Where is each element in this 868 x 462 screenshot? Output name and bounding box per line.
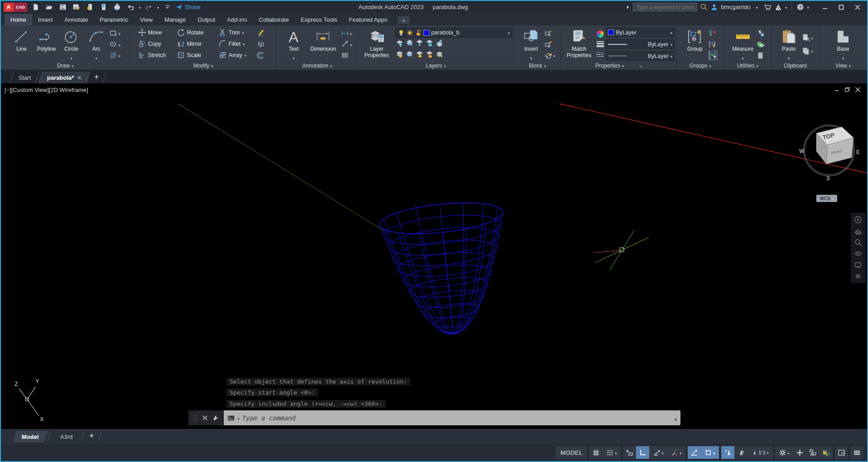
offset-button[interactable] — [255, 51, 270, 59]
mirror-button[interactable]: Mirror — [175, 40, 217, 48]
match-properties-button[interactable]: Match Properties — [563, 27, 595, 62]
text-dropdown-icon[interactable] — [293, 53, 295, 62]
layers-panel-label[interactable]: Layers — [358, 62, 513, 70]
tab-collaborate[interactable]: Collaborate — [253, 14, 295, 25]
pan-hand-icon[interactable] — [854, 227, 862, 235]
select-similar-button[interactable] — [757, 40, 764, 49]
share-button[interactable]: Share — [175, 4, 201, 11]
block-panel-label[interactable]: Block — [514, 62, 561, 70]
navbar-menu-icon[interactable] — [854, 272, 862, 280]
object-snap-tracking-toggle[interactable] — [688, 446, 701, 459]
isolate-objects-button[interactable] — [806, 446, 820, 459]
create-block-button[interactable] — [545, 29, 555, 38]
open-from-web-mobile-button[interactable] — [84, 2, 95, 12]
osnap-dropdown-icon[interactable] — [713, 448, 715, 457]
ungroup-button[interactable] — [709, 29, 717, 38]
paste-dropdown-icon[interactable] — [788, 53, 790, 62]
hatch-button[interactable] — [110, 51, 121, 60]
recent-commands-dropdown-icon[interactable] — [237, 414, 240, 422]
hatch-dropdown-icon[interactable] — [118, 51, 121, 59]
viewcube[interactable]: W S E TOP FRONT — [796, 116, 864, 193]
search-input[interactable] — [633, 3, 697, 11]
autocad-logo-icon[interactable]: A CAD — [4, 3, 27, 12]
layer-off-button[interactable] — [395, 39, 404, 49]
insert-button[interactable]: Insert — [519, 27, 543, 62]
layer-unlock-icon[interactable] — [415, 29, 422, 36]
view-panel-label[interactable]: View — [819, 62, 867, 70]
command-customize-wrench-icon[interactable] — [212, 415, 219, 421]
command-line-handle[interactable] — [188, 410, 224, 425]
annotation-scale-button[interactable]: 1:1 — [747, 446, 773, 459]
fillet-button[interactable]: Fillet — [217, 40, 255, 48]
layer-unlock-button[interactable] — [425, 50, 434, 60]
autodesk-dropdown-icon[interactable] — [785, 4, 787, 10]
layout-tab-model[interactable]: Model — [13, 431, 48, 443]
minimize-button[interactable] — [818, 2, 832, 12]
annotation-autoscale-toggle[interactable] — [734, 446, 747, 459]
fillet-dropdown-icon[interactable] — [243, 41, 245, 47]
annotation-monitor-button[interactable] — [793, 446, 806, 459]
layer-color-swatch[interactable] — [424, 30, 429, 36]
layer-properties-button[interactable]: Layer Properties — [359, 27, 394, 62]
paste-button[interactable]: Paste — [777, 27, 800, 62]
tab-view[interactable]: View — [134, 14, 159, 25]
array-button[interactable]: Array — [217, 51, 255, 59]
edit-block-button[interactable] — [545, 40, 555, 49]
wcs-button[interactable]: WCS — [816, 195, 837, 202]
maximize-button[interactable] — [834, 2, 848, 12]
snap-dropdown-icon[interactable] — [615, 448, 617, 457]
copy-clip-dropdown-icon[interactable] — [811, 47, 813, 55]
trim-dropdown-icon[interactable] — [242, 29, 244, 36]
stretch-button[interactable]: Stretch — [136, 51, 175, 59]
layer-on-bulb-icon[interactable] — [398, 29, 405, 36]
lineweight-dropdown[interactable]: ByLayer — [606, 39, 675, 49]
array-dropdown-icon[interactable] — [244, 52, 246, 58]
properties-dialog-launcher-icon[interactable] — [639, 63, 642, 69]
group-edit-button[interactable] — [709, 40, 717, 49]
annotation-panel-label[interactable]: Annotation — [277, 62, 358, 70]
rectangle-button[interactable] — [110, 29, 121, 38]
layout-tab-a3rd[interactable]: A3rd — [51, 431, 82, 443]
full-navigation-wheel-icon[interactable] — [854, 216, 862, 224]
move-button[interactable]: Move — [136, 29, 175, 36]
close-button[interactable] — [851, 2, 864, 12]
viewport-minimize-control[interactable]: [−] — [5, 87, 11, 93]
attributes-dropdown-icon[interactable] — [553, 51, 555, 59]
line-button[interactable]: Line — [10, 27, 33, 62]
drag-grip-icon[interactable] — [193, 415, 197, 421]
draw-panel-label[interactable]: Draw — [1, 62, 130, 70]
ucs-icon[interactable]: Z Y X — [9, 376, 54, 426]
command-close-icon[interactable] — [203, 415, 207, 420]
arc-dropdown-icon[interactable] — [95, 53, 97, 62]
linetype-dropdown[interactable]: ByLayer — [606, 51, 675, 61]
linear-dimension-button[interactable] — [341, 29, 352, 38]
ellipse-button[interactable] — [110, 40, 121, 49]
arc-button[interactable]: Arc — [84, 27, 108, 62]
ortho-mode-toggle[interactable] — [636, 446, 649, 459]
annotation-visibility-toggle[interactable] — [721, 446, 734, 459]
polar-dropdown-icon[interactable] — [661, 448, 664, 457]
layer-sun-icon[interactable] — [406, 29, 413, 36]
properties-panel-label[interactable]: Properties — [561, 62, 676, 70]
layer-match-button[interactable] — [435, 50, 444, 60]
customization-menu-button[interactable] — [850, 446, 863, 459]
redo-button[interactable] — [144, 2, 154, 12]
utilities-panel-label[interactable]: Utilities — [724, 62, 772, 70]
layer-select-dropdown[interactable]: parabola_b — [395, 28, 512, 38]
tab-parametric[interactable]: Parametric — [94, 14, 134, 25]
copy-button[interactable]: Copy — [136, 40, 175, 48]
copy-clip-button[interactable] — [802, 46, 813, 55]
graphics-performance-button[interactable] — [820, 446, 833, 459]
redo-dropdown-icon[interactable] — [157, 4, 159, 10]
showmotion-icon[interactable] — [854, 261, 862, 269]
workspace-dropdown-icon[interactable] — [787, 448, 790, 457]
command-input[interactable]: Type a command — [224, 410, 680, 425]
modify-panel-label[interactable]: Modify — [130, 62, 276, 70]
measure-dropdown-icon[interactable] — [742, 53, 744, 62]
tab-express-tools[interactable]: Express Tools — [295, 14, 343, 25]
file-tab-start[interactable]: Start — [10, 72, 40, 83]
help-icon[interactable]: ? — [796, 3, 804, 11]
text-button[interactable]: A Text — [282, 27, 305, 62]
orbit-icon[interactable] — [854, 250, 862, 258]
group-button[interactable]: Group — [683, 27, 707, 62]
